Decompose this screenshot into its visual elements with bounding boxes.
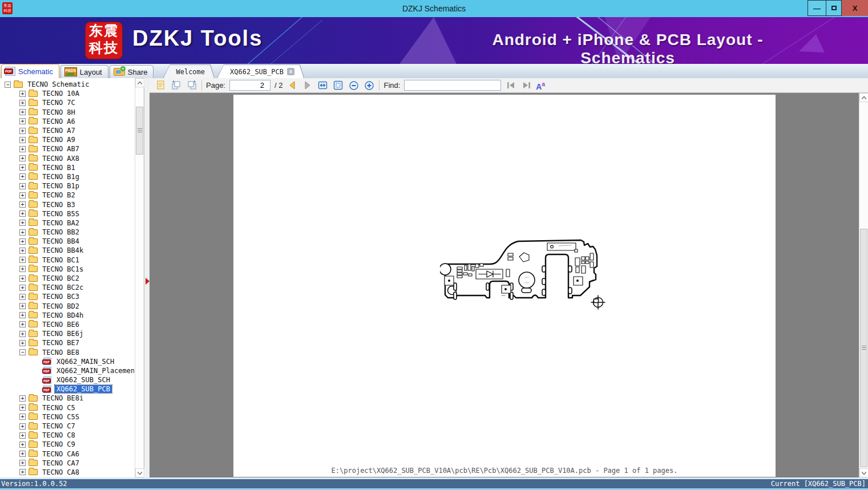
fit-page-button[interactable] — [333, 80, 344, 91]
expand-icon[interactable]: + — [19, 109, 26, 115]
expand-icon[interactable]: + — [19, 238, 26, 245]
expand-icon[interactable]: + — [19, 423, 26, 430]
close-button[interactable]: X — [842, 0, 868, 16]
tree-item-folder[interactable]: +TECNO AX8 — [0, 154, 134, 163]
tree-item-folder[interactable]: +TECNO 10A — [0, 89, 134, 98]
tree-item-folder[interactable]: +TECNO CA8 — [0, 468, 134, 477]
tree-item-folder[interactable]: +TECNO BA2 — [0, 218, 134, 228]
tree-item-folder[interactable]: +TECNO B1 — [0, 163, 134, 172]
scrollbar-thumb[interactable] — [860, 229, 867, 467]
tab-layout[interactable]: PADS Layout — [60, 65, 108, 78]
collapse-icon[interactable]: − — [19, 349, 26, 355]
find-input[interactable] — [404, 80, 501, 91]
find-previous-button[interactable] — [505, 80, 516, 91]
minimize-button[interactable]: — — [808, 0, 826, 16]
tree-item-folder[interactable]: +TECNO 8H — [0, 108, 134, 117]
sidebar-scrollbar[interactable] — [135, 78, 144, 477]
scroll-up-icon[interactable] — [135, 78, 144, 87]
doc-tab-welcome[interactable]: Welcome — [163, 64, 215, 78]
zoom-in-button[interactable] — [364, 80, 375, 91]
expand-icon[interactable]: + — [19, 118, 26, 124]
tree-item-folder[interactable]: +TECNO BB4k — [0, 246, 134, 255]
tree-item-folder[interactable]: +TECNO BC2c — [0, 283, 134, 292]
tree-item-folder[interactable]: +TECNO BE7 — [0, 338, 134, 347]
panel-splitter[interactable] — [145, 78, 150, 477]
expand-icon[interactable]: + — [19, 340, 26, 346]
rotate-left-icon[interactable] — [171, 80, 182, 91]
tree-item-folder[interactable]: +TECNO A7 — [0, 126, 134, 135]
tree-item-pdf[interactable]: PDFXQ662_SUB_SCH — [0, 375, 134, 384]
tree-item-folder[interactable]: +TECNO A6 — [0, 117, 134, 126]
page-number-input[interactable] — [229, 80, 271, 91]
expand-icon[interactable]: + — [19, 451, 26, 457]
tree-item-pdf[interactable]: PDFXQ662_MAIN_Placement — [0, 366, 134, 375]
expand-icon[interactable]: + — [19, 220, 26, 226]
tree-item-folder[interactable]: +TECNO BE8i — [0, 394, 134, 403]
expand-icon[interactable]: + — [19, 257, 26, 263]
expand-icon[interactable]: + — [19, 164, 26, 171]
zoom-out-button[interactable] — [348, 80, 360, 91]
tree-item-folder[interactable]: +TECNO BB2 — [0, 228, 134, 237]
expand-icon[interactable]: + — [19, 294, 26, 300]
tree-item-folder[interactable]: +TECNO C7 — [0, 422, 134, 431]
tree-item-folder[interactable]: +TECNO BC2 — [0, 274, 134, 283]
expand-icon[interactable]: + — [19, 276, 26, 282]
expand-icon[interactable]: + — [19, 183, 26, 189]
tree-item-folder[interactable]: −TECNO BE8 — [0, 347, 134, 357]
tree-item-folder[interactable]: +TECNO A9 — [0, 135, 134, 144]
expand-icon[interactable]: + — [19, 210, 26, 217]
expand-icon[interactable]: + — [19, 285, 26, 291]
tree-item-folder[interactable]: +TECNO BC1s — [0, 265, 134, 274]
expand-icon[interactable]: + — [19, 91, 26, 97]
rotate-right-icon[interactable] — [186, 80, 197, 91]
pdf-page[interactable]: E:\project\XQ662_SUB_PCB_V10A\pcb\RE\Pcb… — [233, 95, 776, 477]
expand-icon[interactable]: + — [19, 229, 26, 236]
expand-icon[interactable]: + — [19, 266, 26, 272]
expand-icon[interactable]: + — [19, 331, 26, 337]
page-view-icon[interactable] — [155, 80, 167, 91]
expand-icon[interactable]: + — [19, 173, 26, 180]
tree-item-folder[interactable]: +TECNO B5S — [0, 209, 134, 218]
expand-icon[interactable]: + — [19, 414, 26, 420]
expand-icon[interactable]: + — [19, 321, 26, 327]
expand-icon[interactable]: + — [19, 137, 26, 143]
tree-item-folder[interactable]: +TECNO 7C — [0, 98, 134, 107]
collapse-icon[interactable]: − — [5, 82, 11, 88]
scroll-down-icon[interactable] — [859, 468, 868, 477]
tree-item-folder[interactable]: +TECNO C5 — [0, 403, 134, 412]
expand-icon[interactable]: + — [19, 395, 26, 402]
expand-icon[interactable]: + — [19, 248, 26, 254]
match-case-button[interactable]: Aa — [536, 80, 545, 91]
tree-item-folder[interactable]: +TECNO B1p — [0, 181, 134, 191]
tab-share[interactable]: Share — [110, 65, 154, 78]
expand-icon[interactable]: + — [19, 128, 26, 134]
expand-icon[interactable]: + — [19, 303, 26, 309]
document-viewer[interactable]: E:\project\XQ662_SUB_PCB_V10A\pcb\RE\Pcb… — [150, 93, 868, 477]
tree-item-folder[interactable]: +TECNO BD2 — [0, 302, 134, 311]
scroll-down-icon[interactable] — [135, 468, 144, 477]
expand-icon[interactable]: + — [19, 146, 26, 152]
expand-icon[interactable]: + — [19, 155, 26, 161]
expand-icon[interactable]: + — [19, 312, 26, 318]
tree-item-folder[interactable]: +TECNO BD4h — [0, 311, 134, 320]
tree-item-folder[interactable]: +TECNO C8 — [0, 431, 134, 440]
tree-item-folder[interactable]: +TECNO B2 — [0, 191, 134, 200]
previous-page-button[interactable] — [286, 80, 298, 91]
tree-item-folder[interactable]: +TECNO BC3 — [0, 292, 134, 301]
tree-item-folder[interactable]: +TECNO CA6 — [0, 449, 134, 459]
close-tab-icon[interactable]: x — [287, 68, 294, 75]
tree-item-pdf[interactable]: PDFXQ662_SUB_PCB — [0, 384, 134, 394]
tree-item-pdf[interactable]: PDFXQ662_MAIN_SCH — [0, 357, 134, 366]
expand-icon[interactable]: + — [19, 469, 26, 475]
find-next-button[interactable] — [520, 80, 532, 91]
doc-tab-xq662-sub-pcb[interactable]: XQ662_SUB_PCB x — [217, 64, 304, 78]
expand-icon[interactable]: + — [19, 442, 26, 448]
tree-item-folder[interactable]: +TECNO AB7 — [0, 144, 134, 153]
tree-item-folder[interactable]: +TECNO C5S — [0, 412, 134, 422]
expand-icon[interactable]: + — [19, 404, 26, 411]
tree-item-folder[interactable]: +TECNO C9 — [0, 440, 134, 449]
tree-item-folder[interactable]: +TECNO BE6j — [0, 329, 134, 338]
expand-icon[interactable]: + — [19, 432, 26, 439]
fit-width-button[interactable] — [317, 80, 329, 91]
tree-item-folder[interactable]: +TECNO B3 — [0, 200, 134, 209]
